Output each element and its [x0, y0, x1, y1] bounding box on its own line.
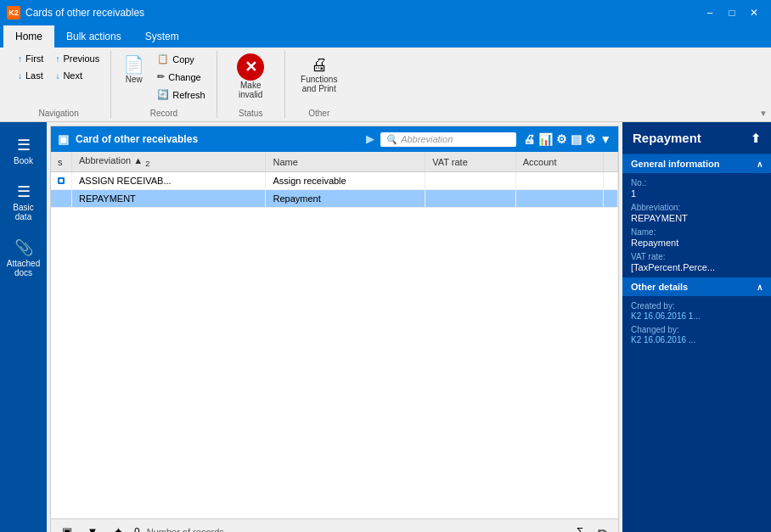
- field-abbreviation: Abbreviation: REPAYMENT: [631, 203, 763, 223]
- bottom-table-icon[interactable]: ▣: [58, 523, 76, 533]
- nav-next-button[interactable]: ↓ Next: [51, 68, 104, 83]
- window-title: Cards of other receivables: [25, 7, 144, 19]
- general-info-header: General information ∧: [622, 154, 771, 173]
- ribbon-group-record: 📄 New 📋 Copy ✏ Change 🔄 Refresh: [111, 51, 217, 118]
- list-title: Card of other receivables: [76, 133, 359, 145]
- nav-first-button[interactable]: ↑ First: [14, 51, 48, 66]
- row-abbreviation: REPAYMENT: [72, 190, 266, 208]
- ribbon: Home Bulk actions System ↑ First ↓ Last: [0, 25, 771, 122]
- tab-bulk-actions[interactable]: Bulk actions: [54, 25, 133, 48]
- content-area: ▣ Card of other receivables ▶ 🔍 Abbrevia…: [50, 126, 619, 532]
- other-details-header: Other details ∧: [622, 277, 771, 296]
- list-header-tools: 🖨 📊 ⚙ ▤ ⚙ ▼: [523, 132, 611, 146]
- sum-button[interactable]: Σ: [571, 523, 589, 533]
- make-invalid-button[interactable]: ✕ Make invalid: [233, 51, 268, 102]
- field-no: No.: 1: [631, 178, 763, 199]
- status-group-label: Status: [239, 106, 262, 118]
- right-panel: Repayment ⬆ General information ∧ No.: 1…: [622, 122, 771, 532]
- field-created-by: Created by: K2 16.06.2016 1...: [631, 301, 763, 321]
- settings-tool-icon[interactable]: ⚙: [556, 132, 567, 146]
- ribbon-content: ↑ First ↓ Last ↑ Previous ↓ Next: [0, 48, 771, 121]
- search-placeholder: Abbreviation: [401, 134, 453, 144]
- general-info-label: General information: [631, 159, 720, 169]
- copy-button[interactable]: 📋 Copy: [153, 51, 210, 67]
- list-header-icon: ▣: [58, 132, 69, 146]
- edit-button[interactable]: ✏: [593, 523, 611, 533]
- other-details-section: Other details ∧ Created by: K2 16.06.201…: [622, 277, 771, 350]
- basic-data-icon: ☰: [17, 182, 31, 201]
- col-header-name: Name: [266, 152, 425, 172]
- sidebar-item-basic-data[interactable]: ☰ Basic data: [3, 176, 44, 228]
- record-count-label: Number of records: [147, 527, 224, 533]
- row-account: [515, 172, 603, 190]
- other-group-label: Other: [308, 106, 329, 118]
- nav-buttons: ↑ First ↓ Last: [14, 51, 48, 83]
- col-header-account: Account: [515, 152, 603, 172]
- col-header-s: s: [51, 152, 72, 172]
- tab-system[interactable]: System: [133, 25, 191, 48]
- book-icon: ☰: [17, 136, 31, 154]
- ribbon-group-status: ✕ Make invalid Status: [217, 51, 285, 118]
- general-info-collapse[interactable]: ∧: [757, 160, 763, 169]
- row-name: Repayment: [266, 190, 425, 208]
- sidebar: ☰ Book ☰ Basic data 📎 Attached docs: [0, 122, 47, 532]
- attached-docs-icon: 📎: [14, 238, 33, 257]
- right-panel-title: Repayment: [633, 131, 701, 145]
- bottom-filter-icon[interactable]: ▼: [83, 523, 102, 533]
- refresh-button[interactable]: 🔄 Refresh: [153, 87, 210, 103]
- collapse-tool-icon[interactable]: ▼: [599, 132, 611, 146]
- ribbon-collapse-button[interactable]: ▼: [759, 109, 768, 118]
- new-button[interactable]: 📄 New: [118, 51, 149, 87]
- list-header: ▣ Card of other receivables ▶ 🔍 Abbrevia…: [51, 126, 618, 152]
- sidebar-item-attached-docs[interactable]: 📎 Attached docs: [3, 232, 44, 284]
- data-table: s Abbreviation ▲ 2 Name VAT rate Account…: [51, 152, 618, 518]
- sidebar-item-book[interactable]: ☰ Book: [3, 129, 44, 172]
- records-table: s Abbreviation ▲ 2 Name VAT rate Account…: [51, 152, 618, 208]
- tab-home[interactable]: Home: [3, 25, 54, 48]
- other-details-collapse[interactable]: ∧: [757, 283, 763, 292]
- record-group-label: Record: [150, 106, 177, 118]
- bottom-settings-icon[interactable]: ✦: [109, 523, 127, 533]
- window-controls: – □ ✕: [700, 4, 764, 21]
- other-details-label: Other details: [631, 282, 688, 292]
- print-tool-icon[interactable]: 🖨: [523, 132, 535, 146]
- table-row[interactable]: ASSIGN RECEIVAB... Assign receivable: [51, 172, 618, 190]
- nav-group-label: Navigation: [38, 106, 78, 118]
- row-name: Assign receivable: [266, 172, 425, 190]
- search-icon: 🔍: [386, 134, 397, 145]
- title-bar: K2 Cards of other receivables – □ ✕: [0, 0, 771, 25]
- nav-last-button[interactable]: ↓ Last: [14, 68, 48, 83]
- chart-tool-icon[interactable]: 📊: [538, 132, 553, 146]
- nav-previous-button[interactable]: ↑ Previous: [51, 51, 104, 66]
- table-row[interactable]: REPAYMENT Repayment: [51, 190, 618, 208]
- col-header-scroll: [604, 152, 618, 172]
- field-name: Name: Repayment: [631, 227, 763, 248]
- filter-tool-icon[interactable]: ⚙: [585, 132, 596, 146]
- minimize-button[interactable]: –: [700, 4, 720, 21]
- ribbon-group-other: 🖨 Functions and Print Other: [285, 51, 353, 118]
- search-box[interactable]: 🔍 Abbreviation: [380, 132, 516, 147]
- app-icon: K2: [7, 6, 20, 20]
- functions-print-button[interactable]: 🖨 Functions and Print: [295, 51, 342, 97]
- row-abbreviation: ASSIGN RECEIVAB...: [72, 172, 266, 190]
- list-tool-icon[interactable]: ▤: [571, 132, 582, 146]
- maximize-button[interactable]: □: [722, 4, 742, 21]
- change-button[interactable]: ✏ Change: [153, 69, 210, 85]
- right-panel-header: Repayment ⬆: [622, 122, 771, 154]
- filter-count: 0: [134, 526, 140, 533]
- row-status: [51, 190, 72, 208]
- field-changed-by: Changed by: K2 16.06.2016 ...: [631, 325, 763, 344]
- row-vat-rate: [425, 172, 516, 190]
- row-account: [515, 190, 603, 208]
- bottom-bar: ▣ ▼ ✦ 0 Number of records Σ ✏: [51, 518, 618, 532]
- main-layout: ☰ Book ☰ Basic data 📎 Attached docs ▣ Ca…: [0, 122, 771, 532]
- field-vat-rate: VAT rate: [TaxPercent.Perce...: [631, 252, 763, 272]
- row-status: [51, 172, 72, 190]
- col-header-abbreviation[interactable]: Abbreviation ▲ 2: [72, 152, 266, 172]
- row-vat-rate: [425, 190, 516, 208]
- ribbon-tabs: Home Bulk actions System: [0, 25, 771, 48]
- general-info-section: General information ∧ No.: 1 Abbreviatio…: [622, 154, 771, 277]
- ribbon-group-navigation: ↑ First ↓ Last ↑ Previous ↓ Next: [7, 51, 111, 118]
- right-panel-export-icon[interactable]: ⬆: [751, 132, 761, 145]
- close-button[interactable]: ✕: [744, 4, 764, 21]
